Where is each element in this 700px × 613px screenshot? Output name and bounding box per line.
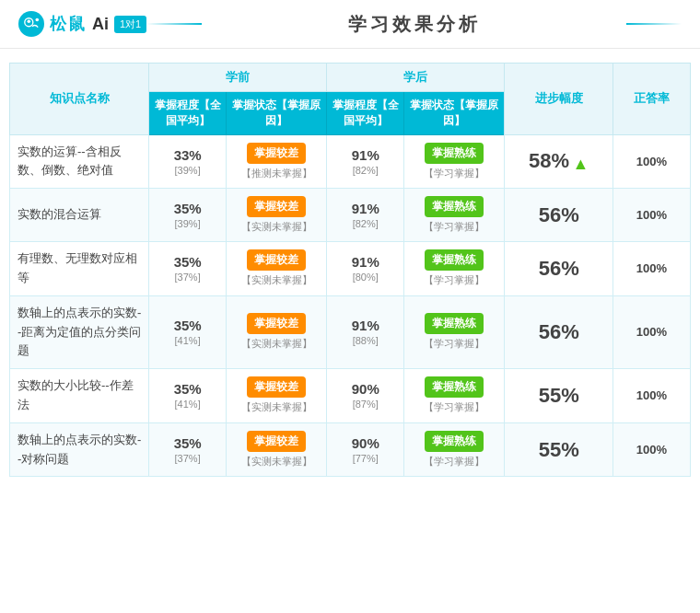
correct-rate-cell: 100% xyxy=(612,189,690,242)
after-mastery-cell: 91%[88%] xyxy=(327,295,404,368)
header-correct-cell: 正答率 xyxy=(612,64,690,135)
sub-header-after-mastery: 掌握程度【全国平均】 xyxy=(327,92,404,135)
table-row: 实数的运算--含相反数、倒数、绝对值33%[39%]掌握较差【推测未掌握】91%… xyxy=(10,134,691,189)
up-arrow-icon: ▲ xyxy=(573,155,589,173)
correct-rate-cell: 100% xyxy=(612,295,690,368)
progress-cell: 58% ▲ xyxy=(505,134,613,189)
header-name-cell: 知识点名称 xyxy=(10,64,149,135)
after-mastery-cell: 91%[82%] xyxy=(327,134,404,189)
header-after-group: 学后 xyxy=(327,64,505,92)
table-body: 实数的运算--含相反数、倒数、绝对值33%[39%]掌握较差【推测未掌握】91%… xyxy=(10,134,691,477)
page-title: 学习效果分析 xyxy=(220,12,608,37)
analysis-table-container: 知识点名称 学前 学后 进步幅度 正答率 掌握程度【全国平均】 掌握状态【掌握原… xyxy=(0,49,700,486)
table-row: 有理数、无理数对应相等35%[37%]掌握较差【实测未掌握】91%[80%]掌握… xyxy=(10,242,691,296)
after-mastery-cell: 91%[82%] xyxy=(327,189,404,242)
table-row: 实数的大小比较--作差法35%[41%]掌握较差【实测未掌握】90%[87%]掌… xyxy=(10,369,691,423)
before-mastery-cell: 35%[39%] xyxy=(149,189,227,242)
after-state-cell: 掌握熟练【学习掌握】 xyxy=(404,134,505,189)
progress-cell: 55% xyxy=(505,369,613,423)
before-state-cell: 掌握较差【实测未掌握】 xyxy=(227,295,327,368)
header-progress-cell: 进步幅度 xyxy=(505,64,613,135)
before-mastery-cell: 33%[39%] xyxy=(149,134,227,189)
analysis-table: 知识点名称 学前 学后 进步幅度 正答率 掌握程度【全国平均】 掌握状态【掌握原… xyxy=(9,63,691,477)
svg-point-1 xyxy=(28,20,31,24)
table-row: 数轴上的点表示的实数--对称问题35%[37%]掌握较差【实测未掌握】90%[7… xyxy=(10,422,691,477)
correct-rate-cell: 100% xyxy=(612,369,690,423)
before-state-cell: 掌握较差【实测未掌握】 xyxy=(227,422,327,477)
progress-cell: 56% xyxy=(505,242,613,296)
after-state-cell: 掌握熟练【学习掌握】 xyxy=(404,295,505,368)
before-mastery-cell: 35%[37%] xyxy=(149,422,227,477)
progress-cell: 55% xyxy=(505,422,613,477)
after-state-cell: 掌握熟练【学习掌握】 xyxy=(404,242,505,296)
after-mastery-cell: 90%[87%] xyxy=(327,369,404,423)
before-state-cell: 掌握较差【推测未掌握】 xyxy=(227,134,327,189)
page-header: 松鼠 Ai 1对1 学习效果分析 xyxy=(0,0,700,49)
table-row: 实数的混合运算35%[39%]掌握较差【实测未掌握】91%[82%]掌握熟练【学… xyxy=(10,189,691,242)
sub-header-after-state: 掌握状态【掌握原因】 xyxy=(404,92,505,135)
correct-rate-cell: 100% xyxy=(612,242,690,296)
before-mastery-cell: 35%[37%] xyxy=(149,242,227,296)
after-state-cell: 掌握熟练【学习掌握】 xyxy=(404,189,505,242)
before-state-cell: 掌握较差【实测未掌握】 xyxy=(227,189,327,242)
progress-cell: 56% xyxy=(505,189,613,242)
correct-rate-cell: 100% xyxy=(612,422,690,477)
logo-icon xyxy=(18,11,44,37)
progress-cell: 56% xyxy=(505,295,613,368)
before-mastery-cell: 35%[41%] xyxy=(149,369,227,423)
after-mastery-cell: 90%[77%] xyxy=(327,422,404,477)
before-state-cell: 掌握较差【实测未掌握】 xyxy=(227,242,327,296)
after-state-cell: 掌握熟练【学习掌握】 xyxy=(404,422,505,477)
knowledge-name-cell: 有理数、无理数对应相等 xyxy=(10,242,149,296)
logo-squirrel-text: 松鼠 xyxy=(50,13,87,35)
sub-header-before-state: 掌握状态【掌握原因】 xyxy=(227,92,327,135)
logo-ai-text: Ai xyxy=(92,15,109,34)
after-mastery-cell: 91%[80%] xyxy=(327,242,404,296)
logo-badge: 1对1 xyxy=(114,16,146,33)
correct-rate-cell: 100% xyxy=(612,134,690,189)
knowledge-name-cell: 数轴上的点表示的实数--距离为定值的点分类问题 xyxy=(10,295,149,368)
before-state-cell: 掌握较差【实测未掌握】 xyxy=(227,369,327,423)
table-row: 数轴上的点表示的实数--距离为定值的点分类问题35%[41%]掌握较差【实测未掌… xyxy=(10,295,691,368)
knowledge-name-cell: 实数的运算--含相反数、倒数、绝对值 xyxy=(10,134,149,189)
knowledge-name-cell: 实数的混合运算 xyxy=(10,189,149,242)
group-header-row: 知识点名称 学前 学后 进步幅度 正答率 xyxy=(10,64,691,92)
svg-point-2 xyxy=(36,18,40,22)
logo-area: 松鼠 Ai 1对1 xyxy=(18,11,146,37)
sub-header-before-mastery: 掌握程度【全国平均】 xyxy=(149,92,227,135)
knowledge-name-cell: 实数的大小比较--作差法 xyxy=(10,369,149,423)
knowledge-name-cell: 数轴上的点表示的实数--对称问题 xyxy=(10,422,149,477)
header-before-group: 学前 xyxy=(149,64,327,92)
before-mastery-cell: 35%[41%] xyxy=(149,295,227,368)
after-state-cell: 掌握熟练【学习掌握】 xyxy=(404,369,505,423)
